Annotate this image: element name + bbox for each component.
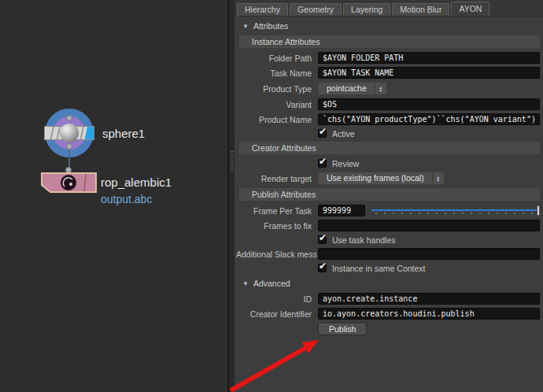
- alembic-icon: [61, 175, 76, 190]
- active-row: ✔ Active: [236, 128, 540, 139]
- product-name-row: Product Name: [236, 113, 540, 125]
- slider-ticks: [375, 213, 534, 214]
- product-name-input[interactable]: [318, 113, 540, 125]
- frame-per-task-slider[interactable]: [371, 205, 540, 216]
- additional-slack-input[interactable]: [318, 248, 540, 260]
- review-checkbox[interactable]: ✔: [318, 159, 327, 168]
- task-name-input[interactable]: [318, 67, 540, 79]
- rop-node-output-filename: output.abc: [101, 193, 152, 205]
- id-label: ID: [236, 294, 318, 304]
- check-icon: ✔: [319, 232, 327, 243]
- node-bar-segment: [79, 126, 84, 140]
- id-row: ID: [236, 293, 540, 305]
- slider-handle[interactable]: [537, 205, 540, 216]
- tab-motion-blur[interactable]: Motion Blur: [392, 3, 449, 16]
- node-bar-segment: [50, 126, 54, 140]
- active-checkbox[interactable]: ✔: [318, 129, 327, 138]
- sphere-node-output-connector[interactable]: [66, 143, 72, 150]
- creator-identifier-row: Creator Identifier: [236, 308, 540, 320]
- frames-to-fix-row: Frames to fix: [236, 220, 540, 231]
- render-target-value: Use existing frames (local): [319, 172, 432, 184]
- creator-identifier-input[interactable]: [318, 308, 540, 320]
- check-icon: ✔: [319, 156, 327, 167]
- creator-identifier-label: Creator Identifier: [236, 309, 318, 319]
- check-icon: ✔: [319, 126, 327, 137]
- sphere-icon: [60, 124, 79, 142]
- render-target-dropdown[interactable]: Use existing frames (local) ▲▼: [318, 172, 445, 185]
- creator-attributes-section-header: Creator Attributes: [239, 142, 540, 154]
- folder-path-label: Folder Path: [236, 54, 318, 63]
- render-target-label: Render target: [236, 174, 318, 183]
- advanced-header-label: Advanced: [253, 279, 290, 288]
- folder-path-row: Folder Path: [236, 52, 540, 64]
- product-type-label: Product Type: [236, 84, 318, 94]
- review-row: ✔ Review: [236, 158, 540, 168]
- instance-same-context-checkbox[interactable]: ✔: [318, 264, 327, 272]
- collapse-triangle-icon: ▼: [242, 23, 249, 30]
- collapse-triangle-icon: ▼: [242, 280, 249, 287]
- additional-slack-row: Additional Slack mess…: [236, 248, 540, 260]
- folder-path-input[interactable]: [318, 52, 540, 64]
- houdini-window: sphere1 rop_alembic1 output.abc Hierarc: [0, 0, 543, 392]
- use-task-handles-row: ✔ Use task handles: [236, 235, 540, 245]
- product-type-row: Product Type pointcache ▲▼: [236, 82, 540, 95]
- task-name-label: Task Name: [236, 68, 318, 78]
- product-name-label: Product Name: [236, 115, 318, 124]
- publish-attributes-section-header: Publish Attributes: [239, 188, 540, 201]
- parameter-pane: Hierarchy Geometry Layering Motion Blur …: [235, 0, 543, 392]
- product-type-dropdown[interactable]: pointcache ▲▼: [318, 82, 387, 95]
- tab-geometry[interactable]: Geometry: [290, 3, 342, 16]
- splitter-grip[interactable]: [231, 151, 234, 172]
- slider-track: [371, 209, 540, 211]
- frame-per-task-label: Frame Per Task: [236, 206, 318, 216]
- active-checkbox-label: Active: [332, 129, 355, 139]
- node-display-flag[interactable]: [84, 126, 94, 140]
- advanced-collapse-header[interactable]: ▼ Advanced: [238, 277, 540, 290]
- review-checkbox-label: Review: [332, 159, 359, 168]
- use-task-handles-checkbox[interactable]: ✔: [318, 235, 327, 244]
- frames-to-fix-label: Frames to fix: [236, 221, 318, 231]
- variant-label: Variant: [236, 100, 318, 109]
- publish-button-row: Publish: [236, 323, 540, 335]
- spinner-arrows-icon[interactable]: ▲▼: [432, 172, 444, 184]
- tab-layering[interactable]: Layering: [343, 3, 390, 16]
- variant-input[interactable]: [318, 98, 540, 110]
- instance-same-context-label: Instance in same Context: [332, 264, 425, 273]
- instance-same-context-row: ✔ Instance in same Context: [236, 263, 540, 273]
- additional-slack-label: Additional Slack mess…: [236, 250, 318, 259]
- sphere-node-label: sphere1: [102, 127, 145, 140]
- check-icon: ✔: [319, 261, 327, 272]
- instance-attributes-section-header: Instance Attributes: [239, 35, 540, 48]
- frame-per-task-row: Frame Per Task: [236, 205, 540, 216]
- id-input[interactable]: [318, 293, 540, 305]
- attributes-header-label: Attributes: [253, 21, 288, 31]
- rop-node-shape[interactable]: [40, 172, 98, 194]
- render-target-row: Render target Use existing frames (local…: [236, 172, 540, 185]
- publish-button[interactable]: Publish: [318, 323, 367, 335]
- use-task-handles-label: Use task handles: [332, 235, 396, 245]
- parameter-tabbar: Hierarchy Geometry Layering Motion Blur …: [235, 0, 543, 17]
- task-name-row: Task Name: [236, 67, 540, 79]
- network-editor-pane: sphere1 rop_alembic1 output.abc: [0, 0, 227, 392]
- frame-per-task-input[interactable]: [318, 205, 365, 216]
- rop-node-label: rop_alembic1: [101, 176, 172, 189]
- variant-row: Variant: [236, 98, 540, 110]
- product-type-value: pointcache: [319, 83, 375, 94]
- sphere-node-input-connector[interactable]: [66, 115, 72, 121]
- parameter-content: ▼ Attributes Instance Attributes Folder …: [235, 17, 543, 392]
- spinner-arrows-icon[interactable]: ▲▼: [375, 83, 386, 94]
- pane-splitter[interactable]: [227, 0, 235, 392]
- attributes-collapse-header[interactable]: ▼ Attributes: [238, 20, 540, 32]
- frames-to-fix-input[interactable]: [318, 220, 540, 231]
- tab-hierarchy[interactable]: Hierarchy: [237, 3, 288, 16]
- tab-ayon[interactable]: AYON: [451, 2, 489, 16]
